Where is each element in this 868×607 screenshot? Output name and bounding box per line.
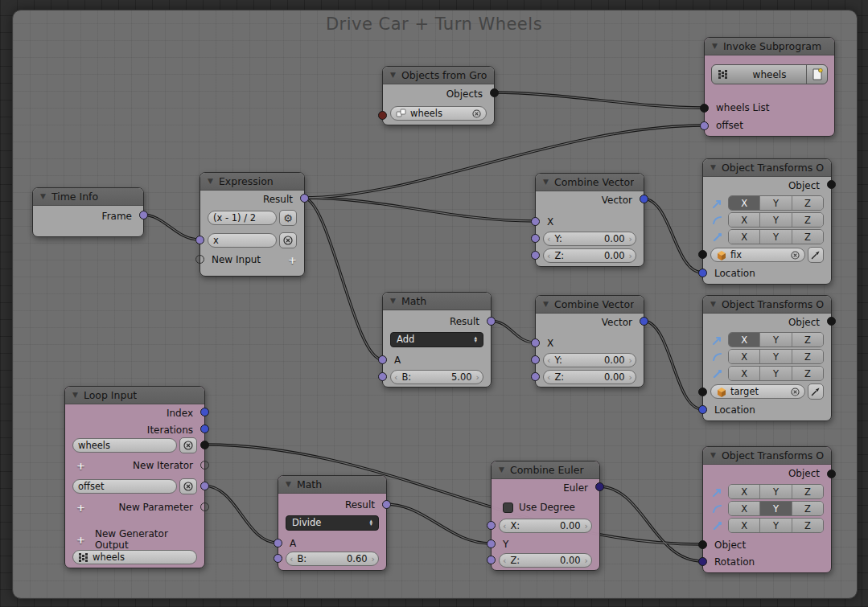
location-input-socket[interactable] xyxy=(698,405,707,414)
object-output-socket[interactable] xyxy=(827,470,836,478)
rotation-x-toggle[interactable]: X xyxy=(729,213,760,227)
a-input-socket[interactable] xyxy=(274,539,282,548)
rotation-input-socket[interactable] xyxy=(698,557,707,566)
decrement-icon[interactable]: ‹ xyxy=(290,555,293,564)
iterations-output-socket[interactable] xyxy=(200,424,209,433)
scale-x-toggle[interactable]: X xyxy=(729,519,760,532)
node-combine-euler[interactable]: ▼Combine Euler Euler Use Degree ‹X:0.00›… xyxy=(491,461,600,571)
rotation-x-toggle[interactable]: X xyxy=(729,350,760,363)
scale-y-toggle[interactable]: Y xyxy=(760,519,792,532)
clear-icon[interactable] xyxy=(791,251,800,260)
frame-output-socket[interactable] xyxy=(139,211,148,219)
node-invoke-subprogram[interactable]: ▼Invoke Subprogram wheels wheels List of… xyxy=(704,37,835,137)
wheels-list-input-socket[interactable] xyxy=(700,104,709,113)
collapse-icon[interactable]: ▼ xyxy=(712,43,718,50)
increment-icon[interactable]: › xyxy=(372,555,375,564)
object-output-socket[interactable] xyxy=(827,317,836,326)
node-loop-input[interactable]: ▼Loop Input Index Iterations + New Itera… xyxy=(64,386,205,568)
node-combine-vector-mid[interactable]: ▼Combine Vector Vector X ‹Y:0.00› ‹Z:0.0… xyxy=(535,295,644,388)
y-value-slider[interactable]: ‹Y:0.00› xyxy=(543,232,636,246)
z-value-slider[interactable]: ‹Z:0.00› xyxy=(499,553,592,568)
result-output-socket[interactable] xyxy=(382,500,391,509)
object-input-socket[interactable] xyxy=(698,540,707,549)
node-expression[interactable]: ▼Expression Result ⚙ New Input + xyxy=(200,172,305,277)
operation-select[interactable]: Divide▴▾ xyxy=(286,515,379,531)
collapse-icon[interactable]: ▼ xyxy=(72,392,78,399)
group-selector[interactable]: wheels xyxy=(390,106,487,121)
result-output-socket[interactable] xyxy=(300,194,309,203)
object-input-socket[interactable] xyxy=(698,388,707,396)
scale-z-toggle[interactable]: Z xyxy=(792,230,823,244)
vector-output-socket[interactable] xyxy=(640,317,648,326)
clear-icon[interactable] xyxy=(472,109,481,118)
location-y-toggle[interactable]: Y xyxy=(760,196,792,210)
node-math-add[interactable]: ▼Math Result Add▴▾ A ‹B:5.00› xyxy=(382,292,492,388)
location-x-toggle[interactable]: X xyxy=(729,485,760,498)
location-y-toggle[interactable]: Y xyxy=(760,485,792,498)
scale-z-toggle[interactable]: Z xyxy=(792,367,823,380)
y-input-socket[interactable] xyxy=(531,234,540,243)
decrement-icon[interactable]: ‹ xyxy=(547,373,550,382)
object-input-socket[interactable] xyxy=(698,250,707,259)
scale-z-toggle[interactable]: Z xyxy=(792,519,823,532)
z-value-slider[interactable]: ‹Z:0.00› xyxy=(543,248,636,263)
a-input-socket[interactable] xyxy=(378,355,387,364)
eyedropper-button[interactable] xyxy=(808,383,824,400)
collapse-icon[interactable]: ▼ xyxy=(710,301,716,308)
z-input-socket[interactable] xyxy=(531,251,540,260)
increment-icon[interactable]: › xyxy=(585,522,588,531)
scale-x-toggle[interactable]: X xyxy=(729,367,760,380)
expression-text[interactable] xyxy=(213,212,271,224)
clear-icon[interactable] xyxy=(791,388,800,396)
remove-parameter-button[interactable] xyxy=(179,478,197,494)
parameter-name-field[interactable] xyxy=(72,479,177,494)
x-input-socket[interactable] xyxy=(531,217,540,226)
variable-text[interactable] xyxy=(213,235,271,246)
increment-icon[interactable]: › xyxy=(629,252,632,260)
location-x-toggle[interactable]: X xyxy=(729,333,760,347)
scale-x-toggle[interactable]: X xyxy=(729,230,760,244)
objects-output-socket[interactable] xyxy=(490,88,499,97)
iterator-name-field[interactable] xyxy=(72,438,177,453)
collapse-icon[interactable]: ▼ xyxy=(286,481,291,488)
new-iterator-socket[interactable] xyxy=(200,461,209,470)
rotation-y-toggle[interactable]: Y xyxy=(760,350,792,363)
increment-icon[interactable]: › xyxy=(629,356,632,365)
euler-output-socket[interactable] xyxy=(595,482,604,491)
node-time-info[interactable]: ▼Time Info Frame xyxy=(32,187,144,237)
new-input-socket[interactable] xyxy=(195,255,204,264)
expression-input[interactable] xyxy=(208,211,277,225)
add-input-icon[interactable]: + xyxy=(288,255,297,265)
decrement-icon[interactable]: ‹ xyxy=(503,556,506,565)
location-z-toggle[interactable]: Z xyxy=(792,333,823,347)
group-input-socket[interactable] xyxy=(378,111,387,120)
collapse-icon[interactable]: ▼ xyxy=(710,164,716,171)
subprogram-select-button[interactable]: wheels xyxy=(711,64,828,84)
decrement-icon[interactable]: ‹ xyxy=(547,356,550,365)
object-selector[interactable]: target xyxy=(710,384,805,399)
decrement-icon[interactable]: ‹ xyxy=(503,522,506,531)
index-output-socket[interactable] xyxy=(200,408,209,416)
location-y-toggle[interactable]: Y xyxy=(760,333,792,347)
node-object-transforms-output-rotation[interactable]: ▼Object Transforms Outpu Object XYZ XYZ … xyxy=(702,446,832,573)
b-input-socket[interactable] xyxy=(378,372,387,381)
x-input-socket[interactable] xyxy=(531,338,540,347)
parameter-name-input[interactable] xyxy=(78,481,171,492)
scale-y-toggle[interactable]: Y xyxy=(760,230,792,244)
decrement-icon[interactable]: ‹ xyxy=(547,252,550,260)
location-x-toggle[interactable]: X xyxy=(729,196,760,210)
object-output-socket[interactable] xyxy=(827,180,836,189)
increment-icon[interactable]: › xyxy=(629,235,632,244)
z-input-socket[interactable] xyxy=(487,556,496,564)
node-math-divide[interactable]: ▼Math Result Divide▴▾ A ‹B:0.60› xyxy=(278,475,387,571)
node-combine-vector-top[interactable]: ▼Combine Vector Vector X ‹Y:0.00› ‹Z:0.0… xyxy=(535,173,644,267)
remove-input-button[interactable] xyxy=(279,232,297,248)
collapse-icon[interactable]: ▼ xyxy=(390,297,396,305)
decrement-icon[interactable]: ‹ xyxy=(547,235,550,244)
collapse-icon[interactable]: ▼ xyxy=(499,466,504,474)
iterator-output-socket[interactable] xyxy=(200,441,209,449)
subprogram-button[interactable]: wheels xyxy=(72,550,197,564)
y-input-socket[interactable] xyxy=(487,539,496,548)
node-object-transforms-output-fix[interactable]: ▼Object Transforms Outpu Object XYZ XYZ … xyxy=(702,158,832,285)
x-value-slider[interactable]: ‹X:0.00› xyxy=(499,519,592,533)
